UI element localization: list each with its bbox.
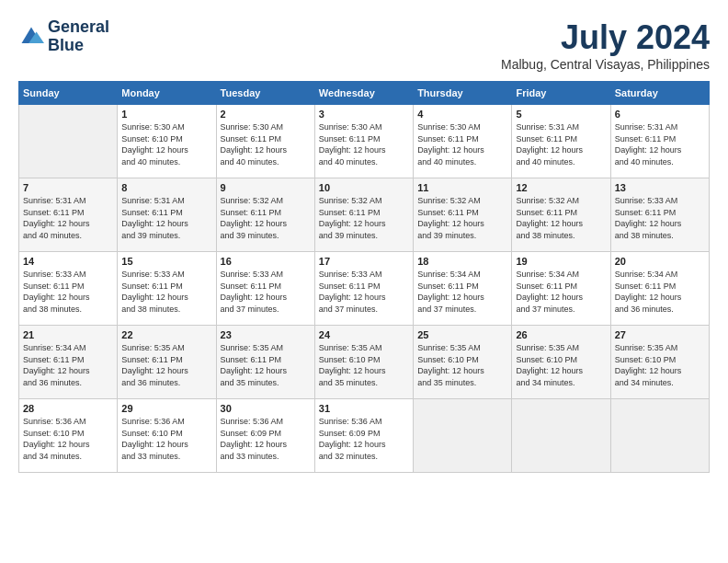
day-number: 18 (417, 256, 507, 267)
calendar-cell: 13Sunrise: 5:33 AM Sunset: 6:11 PM Dayli… (610, 178, 709, 252)
calendar-cell: 27Sunrise: 5:35 AM Sunset: 6:10 PM Dayli… (610, 326, 709, 399)
day-info: Sunrise: 5:36 AM Sunset: 6:10 PM Dayligh… (23, 416, 113, 462)
col-header-thursday: Thursday (414, 82, 512, 105)
calendar-cell: 18Sunrise: 5:34 AM Sunset: 6:11 PM Dayli… (414, 252, 512, 326)
day-number: 4 (417, 109, 507, 120)
day-number: 29 (121, 403, 211, 414)
day-info: Sunrise: 5:35 AM Sunset: 6:10 PM Dayligh… (417, 342, 507, 388)
day-info: Sunrise: 5:36 AM Sunset: 6:09 PM Dayligh… (221, 416, 311, 462)
calendar-cell: 24Sunrise: 5:35 AM Sunset: 6:10 PM Dayli… (314, 326, 413, 399)
calendar-cell: 14Sunrise: 5:33 AM Sunset: 6:11 PM Dayli… (19, 252, 118, 326)
calendar-cell: 6Sunrise: 5:31 AM Sunset: 6:11 PM Daylig… (610, 105, 709, 178)
day-number: 19 (516, 256, 606, 267)
calendar-cell: 22Sunrise: 5:35 AM Sunset: 6:11 PM Dayli… (118, 326, 216, 399)
col-header-wednesday: Wednesday (314, 82, 413, 105)
logo-icon (18, 24, 44, 50)
day-number: 20 (615, 256, 705, 267)
calendar-cell: 11Sunrise: 5:32 AM Sunset: 6:11 PM Dayli… (414, 178, 512, 252)
day-number: 9 (221, 182, 311, 193)
calendar-cell: 23Sunrise: 5:35 AM Sunset: 6:11 PM Dayli… (216, 326, 314, 399)
day-number: 15 (121, 256, 211, 267)
day-info: Sunrise: 5:31 AM Sunset: 6:11 PM Dayligh… (23, 195, 113, 241)
day-info: Sunrise: 5:33 AM Sunset: 6:11 PM Dayligh… (319, 269, 409, 315)
day-info: Sunrise: 5:32 AM Sunset: 6:11 PM Dayligh… (221, 195, 311, 241)
calendar-cell: 10Sunrise: 5:32 AM Sunset: 6:11 PM Dayli… (314, 178, 413, 252)
month-title: July 2024 (501, 18, 710, 57)
day-info: Sunrise: 5:33 AM Sunset: 6:11 PM Dayligh… (615, 195, 705, 241)
calendar-cell: 21Sunrise: 5:34 AM Sunset: 6:11 PM Dayli… (19, 326, 118, 399)
day-number: 2 (221, 109, 311, 120)
day-number: 14 (23, 256, 113, 267)
day-info: Sunrise: 5:34 AM Sunset: 6:11 PM Dayligh… (615, 269, 705, 315)
calendar-cell: 5Sunrise: 5:31 AM Sunset: 6:11 PM Daylig… (512, 105, 610, 178)
day-number: 3 (319, 109, 409, 120)
calendar-cell: 3Sunrise: 5:30 AM Sunset: 6:11 PM Daylig… (314, 105, 413, 178)
day-number: 13 (615, 182, 705, 193)
day-number: 8 (121, 182, 211, 193)
day-info: Sunrise: 5:32 AM Sunset: 6:11 PM Dayligh… (417, 195, 507, 241)
day-number: 28 (23, 403, 113, 414)
day-info: Sunrise: 5:34 AM Sunset: 6:11 PM Dayligh… (417, 269, 507, 315)
day-number: 6 (615, 109, 705, 120)
title-area: July 2024 Malbug, Central Visayas, Phili… (501, 18, 710, 72)
day-info: Sunrise: 5:33 AM Sunset: 6:11 PM Dayligh… (23, 269, 113, 315)
logo-text: General Blue (48, 18, 109, 55)
day-info: Sunrise: 5:33 AM Sunset: 6:11 PM Dayligh… (221, 269, 311, 315)
day-number: 30 (221, 403, 311, 414)
day-info: Sunrise: 5:31 AM Sunset: 6:11 PM Dayligh… (121, 195, 211, 241)
day-info: Sunrise: 5:32 AM Sunset: 6:11 PM Dayligh… (319, 195, 409, 241)
day-number: 22 (121, 329, 211, 340)
location-title: Malbug, Central Visayas, Philippines (501, 57, 710, 72)
day-info: Sunrise: 5:30 AM Sunset: 6:11 PM Dayligh… (417, 121, 507, 167)
day-number: 26 (516, 329, 606, 340)
calendar-cell: 25Sunrise: 5:35 AM Sunset: 6:10 PM Dayli… (414, 326, 512, 399)
calendar-week-4: 21Sunrise: 5:34 AM Sunset: 6:11 PM Dayli… (19, 326, 710, 399)
day-number: 5 (516, 109, 606, 120)
day-info: Sunrise: 5:30 AM Sunset: 6:11 PM Dayligh… (319, 121, 409, 167)
day-info: Sunrise: 5:34 AM Sunset: 6:11 PM Dayligh… (23, 342, 113, 388)
calendar-cell: 7Sunrise: 5:31 AM Sunset: 6:11 PM Daylig… (19, 178, 118, 252)
day-number: 16 (221, 256, 311, 267)
calendar-cell: 29Sunrise: 5:36 AM Sunset: 6:10 PM Dayli… (118, 399, 216, 473)
day-number: 31 (319, 403, 409, 414)
col-header-tuesday: Tuesday (216, 82, 314, 105)
calendar-cell (512, 399, 610, 473)
calendar-week-3: 14Sunrise: 5:33 AM Sunset: 6:11 PM Dayli… (19, 252, 710, 326)
col-header-saturday: Saturday (610, 82, 709, 105)
calendar-cell: 4Sunrise: 5:30 AM Sunset: 6:11 PM Daylig… (414, 105, 512, 178)
day-number: 25 (417, 329, 507, 340)
day-info: Sunrise: 5:35 AM Sunset: 6:10 PM Dayligh… (319, 342, 409, 388)
calendar-cell: 1Sunrise: 5:30 AM Sunset: 6:10 PM Daylig… (118, 105, 216, 178)
day-info: Sunrise: 5:32 AM Sunset: 6:11 PM Dayligh… (516, 195, 606, 241)
calendar-cell: 28Sunrise: 5:36 AM Sunset: 6:10 PM Dayli… (19, 399, 118, 473)
calendar-cell: 8Sunrise: 5:31 AM Sunset: 6:11 PM Daylig… (118, 178, 216, 252)
day-info: Sunrise: 5:35 AM Sunset: 6:10 PM Dayligh… (516, 342, 606, 388)
col-header-sunday: Sunday (19, 82, 118, 105)
day-info: Sunrise: 5:34 AM Sunset: 6:11 PM Dayligh… (516, 269, 606, 315)
day-info: Sunrise: 5:30 AM Sunset: 6:10 PM Dayligh… (121, 121, 211, 167)
calendar-cell: 31Sunrise: 5:36 AM Sunset: 6:09 PM Dayli… (314, 399, 413, 473)
calendar-cell: 12Sunrise: 5:32 AM Sunset: 6:11 PM Dayli… (512, 178, 610, 252)
day-info: Sunrise: 5:36 AM Sunset: 6:09 PM Dayligh… (319, 416, 409, 462)
day-number: 24 (319, 329, 409, 340)
day-number: 17 (319, 256, 409, 267)
col-header-monday: Monday (118, 82, 216, 105)
page-header: General Blue July 2024 Malbug, Central V… (18, 18, 710, 72)
day-number: 1 (121, 109, 211, 120)
calendar-cell: 2Sunrise: 5:30 AM Sunset: 6:11 PM Daylig… (216, 105, 314, 178)
calendar-cell: 15Sunrise: 5:33 AM Sunset: 6:11 PM Dayli… (118, 252, 216, 326)
day-info: Sunrise: 5:35 AM Sunset: 6:10 PM Dayligh… (615, 342, 705, 388)
calendar-week-5: 28Sunrise: 5:36 AM Sunset: 6:10 PM Dayli… (19, 399, 710, 473)
calendar-cell: 9Sunrise: 5:32 AM Sunset: 6:11 PM Daylig… (216, 178, 314, 252)
calendar-header-row: SundayMondayTuesdayWednesdayThursdayFrid… (19, 82, 710, 105)
day-info: Sunrise: 5:30 AM Sunset: 6:11 PM Dayligh… (221, 121, 311, 167)
day-info: Sunrise: 5:36 AM Sunset: 6:10 PM Dayligh… (121, 416, 211, 462)
calendar-week-1: 1Sunrise: 5:30 AM Sunset: 6:10 PM Daylig… (19, 105, 710, 178)
day-info: Sunrise: 5:35 AM Sunset: 6:11 PM Dayligh… (221, 342, 311, 388)
day-number: 12 (516, 182, 606, 193)
day-number: 21 (23, 329, 113, 340)
day-number: 10 (319, 182, 409, 193)
calendar-cell: 26Sunrise: 5:35 AM Sunset: 6:10 PM Dayli… (512, 326, 610, 399)
calendar-cell: 16Sunrise: 5:33 AM Sunset: 6:11 PM Dayli… (216, 252, 314, 326)
day-info: Sunrise: 5:31 AM Sunset: 6:11 PM Dayligh… (516, 121, 606, 167)
